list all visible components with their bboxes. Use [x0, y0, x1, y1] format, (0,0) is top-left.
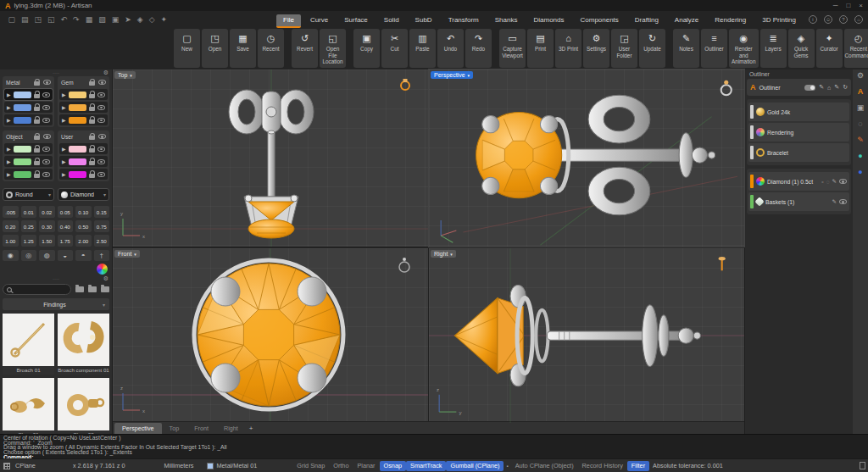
- redo-icon[interactable]: ↷: [73, 15, 80, 24]
- toggle-planar[interactable]: Planar: [353, 461, 379, 471]
- help-icon[interactable]: ?: [839, 15, 848, 24]
- library-icon[interactable]: ⌂: [827, 85, 831, 91]
- user-folder-button[interactable]: ◲User Folder: [611, 29, 637, 68]
- color-swatch[interactable]: [14, 171, 31, 178]
- outliner-toggle[interactable]: [804, 85, 815, 91]
- viewport-front-label[interactable]: Front▾: [114, 250, 140, 258]
- minimize-button[interactable]: ─: [833, 2, 838, 9]
- open-button[interactable]: ◳Open: [202, 29, 228, 68]
- toggle-ortho[interactable]: Ortho: [329, 461, 353, 471]
- component-tool-icon[interactable]: ◇: [149, 15, 155, 24]
- copy-clipboard-icon[interactable]: ▣: [112, 15, 120, 24]
- object-swatch-row[interactable]: ▶: [4, 143, 53, 154]
- gem-size-button[interactable]: 0.02: [39, 206, 55, 218]
- tab-subd[interactable]: SubD: [409, 14, 439, 28]
- user-swatch-row[interactable]: ▶: [59, 143, 108, 154]
- user-swatch-row[interactable]: ▶: [59, 169, 108, 180]
- cplane-grid-icon[interactable]: [3, 463, 10, 469]
- artisan-tab-icon[interactable]: A: [858, 87, 864, 96]
- gem-size-button[interactable]: 0.50: [75, 220, 92, 232]
- brush-tab-icon[interactable]: ✎: [857, 136, 864, 144]
- open-icon[interactable]: ◳: [35, 15, 42, 24]
- tab-drafting[interactable]: Drafting: [628, 14, 665, 28]
- color-swatch[interactable]: [14, 92, 31, 98]
- lock-icon[interactable]: [34, 161, 40, 165]
- toggle-auto-cplane[interactable]: Auto CPlane (Object): [511, 461, 578, 471]
- panel-drag-handle[interactable]: ····⚙: [3, 69, 109, 76]
- outliner-item-baskets[interactable]: Baskets (1)✎: [748, 192, 849, 211]
- tab-transform[interactable]: Transform: [442, 14, 486, 28]
- feedback-icon[interactable]: ☺: [824, 15, 832, 24]
- new-icon[interactable]: ▢: [8, 15, 16, 24]
- revert-button[interactable]: ↺Revert: [292, 29, 318, 68]
- copy-button[interactable]: ▣Copy: [353, 29, 380, 68]
- options-icon[interactable]: ✦: [161, 15, 168, 24]
- color-swatch[interactable]: [69, 158, 86, 165]
- new-button[interactable]: ▢New: [174, 29, 200, 68]
- viewport-top-label[interactable]: Top▾: [114, 71, 136, 79]
- gem-size-button[interactable]: 0.15: [94, 206, 110, 218]
- settings-button[interactable]: ⚙Settings: [583, 29, 609, 68]
- paste-button[interactable]: ▥Paste: [409, 29, 436, 68]
- lock-icon[interactable]: [34, 136, 40, 140]
- command-history[interactable]: Center of rotation ( Copy=No UseLastCent…: [0, 434, 868, 458]
- blue-material-icon[interactable]: ●: [858, 168, 862, 176]
- toggle-gumball[interactable]: Gumball (CPlane): [446, 461, 504, 471]
- pencil-icon[interactable]: ✎: [832, 198, 837, 205]
- color-swatch[interactable]: [69, 171, 86, 178]
- tab-3d-printing[interactable]: 3D Printing: [755, 14, 803, 28]
- close-button[interactable]: ×: [859, 2, 863, 9]
- eye-icon[interactable]: [42, 105, 50, 110]
- gem-size-button[interactable]: 2.00: [75, 235, 92, 247]
- eye-icon[interactable]: [97, 118, 105, 123]
- viewport-perspective-label[interactable]: Perspective▾: [431, 71, 473, 79]
- info-icon[interactable]: i: [809, 15, 817, 24]
- outliner-item-rendering[interactable]: Rendering: [748, 123, 849, 142]
- notes-button[interactable]: ✎Notes: [673, 29, 699, 68]
- outliner-button[interactable]: ≡Outliner: [701, 29, 727, 68]
- viewport-perspective[interactable]: Perspective▾: [429, 69, 744, 247]
- gem-style-1-icon[interactable]: ◉: [3, 250, 19, 261]
- save-button[interactable]: ▦Save: [230, 29, 256, 68]
- tab-components[interactable]: Components: [573, 14, 625, 28]
- viewport-tab-right[interactable]: Right: [216, 423, 246, 434]
- cplane-label[interactable]: CPlane: [15, 462, 36, 469]
- capture-viewport-button[interactable]: ▭Capture Viewport: [499, 29, 526, 68]
- undo-button[interactable]: ↶Undo: [437, 29, 464, 68]
- gem-size-button[interactable]: 0.30: [39, 220, 55, 232]
- eye-icon[interactable]: [42, 92, 50, 97]
- gem-size-button[interactable]: 2.50: [94, 235, 110, 247]
- eye-icon[interactable]: [98, 80, 106, 85]
- maximize-button[interactable]: □: [846, 2, 850, 9]
- quick-gems-button[interactable]: ◈Quick Gems: [788, 29, 815, 68]
- edit-icon[interactable]: ✎: [819, 84, 824, 91]
- units-label[interactable]: Millimeters: [164, 462, 194, 469]
- lock-icon[interactable]: [89, 119, 95, 124]
- gem-style-3-icon[interactable]: ◍: [39, 250, 55, 261]
- lock-icon[interactable]: [89, 81, 95, 86]
- tab-shanks[interactable]: Shanks: [488, 14, 525, 28]
- eye-icon[interactable]: [839, 199, 847, 204]
- eye-icon[interactable]: [42, 159, 50, 164]
- metal-swatch-row[interactable]: ▶: [4, 89, 53, 100]
- gem-swatch-row[interactable]: ▶: [59, 89, 108, 100]
- color-swatch[interactable]: [69, 117, 86, 124]
- toggle-filter[interactable]: Filter: [627, 461, 649, 471]
- ghost-icon[interactable]: ◌: [826, 179, 830, 185]
- lock-icon[interactable]: [34, 174, 40, 178]
- gear-icon[interactable]: ⚙: [103, 275, 108, 282]
- lock-icon[interactable]: [89, 148, 95, 153]
- color-swatch[interactable]: [69, 146, 86, 153]
- viewport-tab-top[interactable]: Top: [162, 423, 187, 434]
- select-icon[interactable]: ➤: [125, 15, 131, 24]
- circle-tab-icon[interactable]: ◌: [858, 119, 862, 128]
- update-button[interactable]: ↻Update: [639, 29, 665, 68]
- redo-button[interactable]: ↷Redo: [465, 29, 492, 68]
- outliner-item-gold[interactable]: Gold 24k: [748, 103, 849, 121]
- eye-icon[interactable]: [42, 172, 50, 177]
- tab-diamonds[interactable]: Diamonds: [526, 14, 570, 28]
- gem-swatch-row[interactable]: ▶: [59, 114, 108, 125]
- gear-icon[interactable]: ⚙: [857, 71, 864, 80]
- folder-sync-icon[interactable]: [101, 286, 109, 292]
- gem-size-button[interactable]: 0.40: [58, 220, 74, 232]
